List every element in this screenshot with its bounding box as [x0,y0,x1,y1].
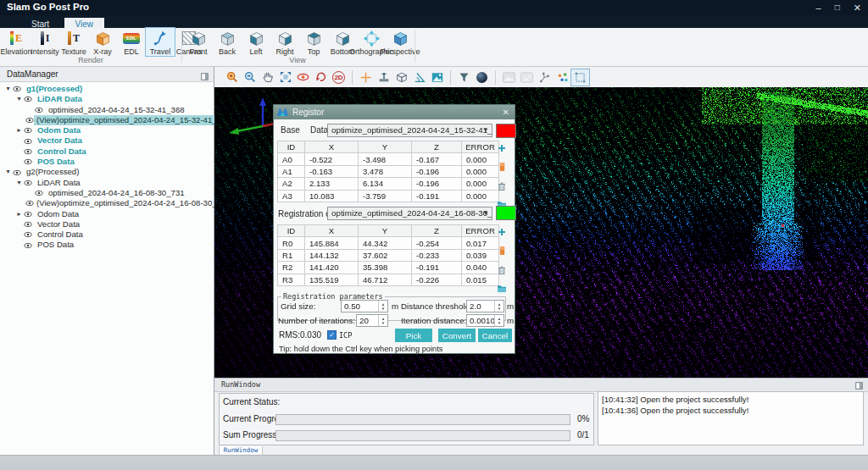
zoom-out-icon[interactable] [241,69,259,86]
ribbon-button-edl[interactable]: EDLEDL [117,28,146,56]
grid-size-input[interactable]: 0.50 ▲▼ [341,300,388,312]
column-header[interactable]: ID [278,225,305,237]
base-data-select[interactable]: optimize_optimised_2024-04-24_15-32-41_3… [327,124,492,137]
iterations-input[interactable]: 20 ▲▼ [356,314,388,327]
registration-data-select[interactable]: optimize_optimised_2024-04-24_16-08-30_7… [327,207,492,220]
ribbon-button-x-ray[interactable]: X-ray [88,28,117,56]
visibility-eye-icon[interactable] [24,138,35,145]
ribbon-button-front[interactable]: Front [184,28,213,56]
base-color-swatch[interactable] [496,124,516,138]
collapse-arrow-icon[interactable]: ▾ [14,178,24,188]
visibility-eye-icon[interactable] [35,190,46,196]
trajectory-icon[interactable] [536,69,554,86]
visibility-eye-icon[interactable] [13,86,24,92]
point-row[interactable]: R3135.51946.712-0.2260.015 [278,274,499,285]
ribbon-button-left[interactable]: Left [242,28,270,56]
spinner-arrows-icon[interactable]: ▲▼ [378,315,387,326]
visibility-eye-icon[interactable] [25,117,34,124]
visibility-eye-icon[interactable] [24,127,35,134]
column-header[interactable]: X [305,225,359,237]
snapshot-icon[interactable] [428,69,446,86]
point-row[interactable]: A0-0.522-3.498-0.1670.000 [278,153,499,165]
sphere-icon[interactable] [473,69,491,86]
collapse-arrow-icon[interactable]: ▾ [14,94,24,104]
minimize-button[interactable]: – [816,0,821,15]
tree-item[interactable]: ▾g1(Processed) [0,84,214,94]
orbit-icon[interactable] [294,69,312,86]
registor-dialog-titlebar[interactable]: Registor ✕ [274,105,515,119]
tree-item[interactable]: (View)optimize_optimised_2024-04-24_15-3… [0,115,214,125]
collapse-arrow-icon[interactable]: ▾ [3,84,13,94]
section-icon[interactable] [375,69,392,86]
tree-item[interactable]: POS Data [0,157,214,167]
point-row[interactable]: R1144.13237.602-0.2330.039 [278,249,499,261]
spinner-arrows-icon[interactable]: ▲▼ [494,301,504,312]
close-button[interactable]: ✕ [854,0,861,15]
ribbon-button-texture[interactable]: TTexture [59,28,88,56]
maximize-button[interactable]: □ [835,0,840,15]
ribbon-button-travel[interactable]: Travel [146,28,175,56]
column-header[interactable]: ERROR [462,225,499,237]
expand-arrow-icon[interactable]: ▸ [14,125,24,135]
point-row[interactable]: A310.083-3.759-0.1910.000 [278,190,499,202]
base-points-table[interactable]: IDXYZERRORA0-0.522-3.498-0.1670.000A1-0.… [277,141,499,202]
filter-icon[interactable] [455,69,473,86]
add-point-icon[interactable] [498,144,506,154]
zoom-in-icon[interactable] [223,69,241,86]
view-2d-icon[interactable]: 2D [330,69,348,86]
ribbon-button-top[interactable]: Top [299,28,328,56]
ribbon-button-perspective[interactable]: Perspective [386,28,415,56]
pick-button[interactable]: Pick [395,329,432,342]
registration-color-swatch[interactable] [496,206,516,220]
titlebar[interactable]: Slam Go Post Pro – □ ✕ [0,0,868,15]
column-header[interactable]: Z [412,141,462,153]
distance-threshold-input[interactable]: 2.0 ▲▼ [466,300,504,312]
visibility-eye-icon[interactable] [25,200,34,207]
tree-item[interactable]: optimised_2024-04-24_15-32-41_368 [0,105,214,115]
delete-points-icon[interactable] [498,265,506,277]
visibility-eye-icon[interactable] [24,231,35,238]
spinner-arrows-icon[interactable]: ▲▼ [494,315,504,326]
visibility-eye-icon[interactable] [24,242,35,249]
point-row[interactable]: A1-0.1633.478-0.1960.000 [278,165,499,177]
icp-checkbox[interactable]: ✓ ICP [327,330,352,340]
dialog-close-icon[interactable]: ✕ [503,105,509,119]
visibility-eye-icon[interactable] [35,107,46,113]
tree-item[interactable]: ▸Odom Data [0,125,214,135]
visibility-eye-icon[interactable] [24,148,35,155]
tree-item[interactable]: ▾LiDAR Data [0,178,214,188]
spinner-arrows-icon[interactable]: ▲▼ [378,301,387,312]
erase-point-icon[interactable] [498,246,506,257]
point-row[interactable]: R2141.42035.398-0.1910.040 [278,262,499,274]
ribbon-button-right[interactable]: Right [270,28,299,56]
iteration-distance-input[interactable]: 0.0010 ▲▼ [466,314,504,327]
ribbon-button-back[interactable]: Back [213,28,242,56]
tree-item[interactable]: Vector Data [0,219,214,229]
add-point-icon[interactable] [498,228,506,238]
column-header[interactable]: Z [412,225,462,237]
pan-icon[interactable] [259,69,276,86]
visibility-eye-icon[interactable] [24,158,35,165]
log-output[interactable]: [10:41:32] Open the project successfully… [598,391,864,445]
tree-item[interactable]: (View)optimize_optimised_2024-04-24_16-0… [0,198,214,208]
cancel-button[interactable]: Cancel [478,329,512,342]
select-region-icon[interactable] [571,69,589,86]
column-header[interactable]: X [305,141,359,153]
visibility-eye-icon[interactable] [24,221,35,228]
tree-item[interactable]: ▾g2(Processed) [0,167,214,177]
column-header[interactable]: Y [359,141,412,153]
column-header[interactable]: ERROR [462,141,499,153]
convert-button[interactable]: Convert [438,329,476,342]
visibility-eye-icon[interactable] [13,169,24,176]
collapse-arrow-icon[interactable]: ▾ [3,167,13,177]
dock-pin-icon[interactable] [201,70,209,85]
visibility-eye-icon[interactable] [24,96,35,102]
tree-item[interactable]: Vector Data [0,135,214,146]
column-header[interactable]: ID [278,141,305,153]
pick-point-icon[interactable] [357,69,375,86]
viewport-3d[interactable]: Registor ✕ Base Data: optimize_optimised… [214,87,868,378]
rotate-icon[interactable] [312,69,330,86]
angle-measure-icon[interactable] [410,69,428,86]
tree-item[interactable]: POS Data [0,240,214,250]
registration-points-table[interactable]: IDXYZERRORR0145.88444.342-0.2540.017R114… [277,224,499,286]
